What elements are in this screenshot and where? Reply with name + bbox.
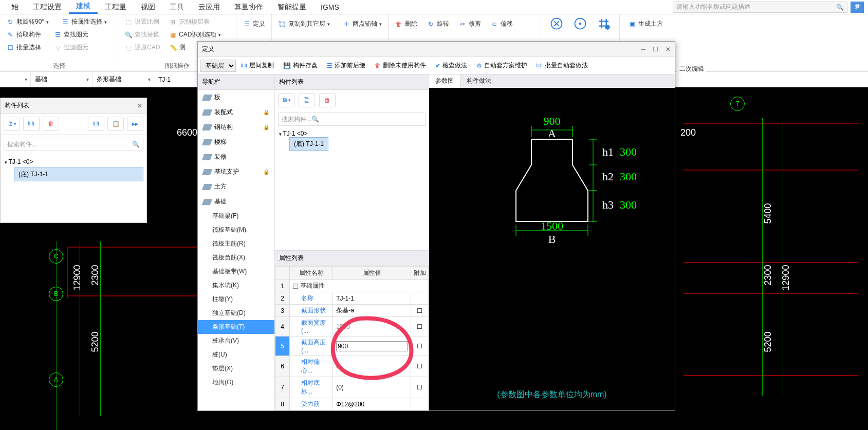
find-replace-button[interactable]: 🔍查找替换 [122,29,161,40]
attr-name[interactable]: 相对底标... [290,377,333,398]
nav-subitem[interactable]: 基础梁(F) [198,209,274,223]
dialog-titlebar[interactable]: 定义 ─ ☐ ✕ [198,42,675,57]
filter-element-button[interactable]: ▽过滤图元 [51,42,90,53]
grid-icon[interactable] [594,16,614,31]
attr-extra[interactable]: ☐ [411,336,429,356]
attr-name[interactable]: 受力筋 [290,398,333,410]
menu-item[interactable]: 工程设置 [26,0,69,14]
more-button[interactable]: ▸▸ [127,117,143,131]
close-icon[interactable]: ✕ [137,102,142,109]
menu-item[interactable]: 工具 [162,0,191,14]
nav-subitem[interactable]: 垫层(X) [198,362,274,376]
nav-item[interactable]: 装配式🔒 [198,105,274,120]
set-scale-button[interactable]: ⬚设置比例 [122,16,161,27]
delete-button[interactable]: 🗑 [319,93,336,107]
offset-button[interactable]: ⊂偏移 [488,18,515,29]
menu-item[interactable]: 始 [4,0,26,14]
define-button[interactable]: ☰定义 [241,18,267,29]
attr-value-input[interactable] [336,341,408,351]
attr-extra[interactable]: ☐ [411,377,429,398]
nav-subitem[interactable]: 筏板负筋(X) [198,251,274,265]
auto-scheme-button[interactable]: ⚙自动套方案维护 [472,61,531,70]
batch-select-button[interactable]: ☐批量选择 [4,42,43,53]
copy-button[interactable]: ⿻ [299,93,315,107]
nav-subitem[interactable]: 独立基础(D) [198,306,274,320]
delete-unused-button[interactable]: 🗑删除未使用构件 [371,61,430,70]
attr-value[interactable]: 条基-a [333,305,411,317]
context-dropdown-1[interactable] [0,72,31,87]
attr-extra[interactable] [411,292,429,305]
tree-leaf-selected[interactable]: (底) TJ-1-1 [289,137,328,151]
delete-button[interactable]: 🗑 [43,117,59,131]
recognize-floor-button[interactable]: ⊞识别楼层表 [167,16,212,27]
copy-button[interactable]: ⿻ [23,117,40,131]
maximize-icon[interactable]: ☐ [653,46,658,53]
batch-auto-button[interactable]: ⿻批量自动套做法 [532,61,592,70]
attr-value[interactable]: (0) [333,377,411,398]
nav-item[interactable]: 土方 [198,179,274,194]
nav-item[interactable]: 基坑支护🔒 [198,164,274,179]
nav-subitem[interactable]: 地沟(G) [198,376,274,389]
delete-button[interactable]: 🗑删除 [393,18,419,29]
target-icon[interactable] [570,16,590,31]
attr-value[interactable]: Φ12@200 [333,398,411,410]
component-search[interactable]: 搜索构件... 🔍 [4,138,143,151]
row-number[interactable]: 5 [275,336,290,356]
context-dropdown-2[interactable]: 基础 [31,72,93,87]
user-avatar[interactable]: 君 [851,2,864,13]
row-number[interactable]: 3 [275,305,290,317]
new-button[interactable]: 🗎▾ [278,93,294,107]
nav-subitem[interactable]: 桩承台(V) [198,334,274,348]
tab-param-diagram[interactable]: 参数图 [429,74,460,88]
menu-item[interactable]: 工程量 [98,0,134,14]
trim-button[interactable]: ✂修剪 [456,18,483,29]
attr-value[interactable]: TJ-1-1 [333,292,411,305]
pick-component-button[interactable]: ✎拾取构件 [4,29,43,40]
knife-icon[interactable] [546,16,567,31]
tree-node[interactable]: ▾ TJ-1 <0> [4,156,143,167]
attr-value[interactable]: 0 [333,356,411,377]
component-search[interactable]: 搜索构件... 🔍 [278,113,426,126]
menu-item-modeling[interactable]: 建模 [69,0,98,14]
clone-button[interactable]: ⿻ [88,117,104,131]
attr-name[interactable]: 截面高度(... [290,336,333,356]
menu-item[interactable]: 云应用 [191,0,227,14]
menu-item[interactable]: IGMS [313,0,346,14]
collapse-icon[interactable]: − [293,284,298,289]
attr-value[interactable] [333,336,411,356]
generate-earthwork-button[interactable]: ▣生成土方 [626,18,665,29]
row-number[interactable]: 8 [275,398,290,410]
menu-item[interactable]: 智能提量 [270,0,313,14]
close-icon[interactable]: ✕ [666,46,671,53]
select-by-attr-button[interactable]: ☰按属性选择▾ [59,16,109,27]
tree-node[interactable]: ▾ TJ-1 <0> [279,130,424,137]
attr-extra[interactable]: ☐ [411,356,429,377]
restore-cad-button[interactable]: ⬚还原CAD [122,42,162,53]
tab-component-practice[interactable]: 构件做法 [460,74,497,88]
nav-item[interactable]: 钢结构🔒 [198,120,274,135]
paste-button[interactable]: 📋 [107,117,124,131]
nav-subitem[interactable]: 筏板主筋(R) [198,237,274,251]
find-element-button[interactable]: ☰查找图元 [51,29,90,40]
nav-item[interactable]: 板 [198,90,274,105]
tree-leaf-selected[interactable]: (底) TJ-1-1 [14,167,143,181]
row-number[interactable]: 7 [275,377,290,398]
rotate-90-button[interactable]: ↻顺旋转90°▾ [4,16,51,27]
nav-subitem[interactable]: 桩(U) [198,348,274,362]
nav-subitem[interactable]: 柱墩(Y) [198,292,274,306]
global-search[interactable]: 请输入功能名称或问题描述 🔍 [673,2,847,13]
attr-name[interactable]: 相对偏心... [290,356,333,377]
measure-button[interactable]: 📏测 [167,42,188,53]
aux-axis-button[interactable]: ✛两点辅轴▾ [340,18,384,29]
nav-subitem[interactable]: 集水坑(K) [198,278,274,292]
save-component-button[interactable]: 💾构件存盘 [279,61,322,70]
row-number[interactable]: 2 [275,292,290,305]
menu-item[interactable]: 视图 [134,0,162,14]
attr-group[interactable]: −基础属性 [290,280,429,292]
attr-name[interactable]: 截面形状 [290,305,333,317]
new-button[interactable]: 🗎▾ [4,117,20,131]
cad-options-button[interactable]: ▦CAD识别选项▾ [167,29,223,40]
nav-item[interactable]: 基础 [198,194,274,209]
context-dropdown-3[interactable]: 条形基础 [93,72,154,87]
nav-subitem[interactable]: 基础板带(W) [198,265,274,278]
